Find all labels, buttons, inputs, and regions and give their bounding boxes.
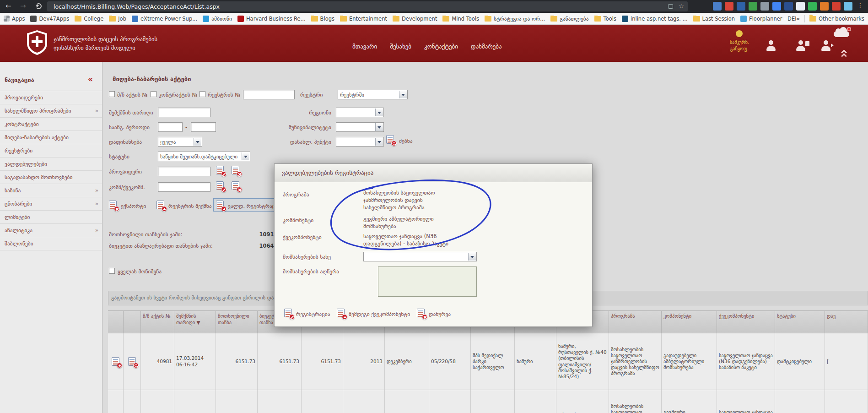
period-to-input[interactable] — [191, 122, 216, 132]
create-registry-button[interactable]: რეესტრის შექმნა — [168, 203, 212, 209]
export-button[interactable]: ექსპორტი — [121, 203, 146, 209]
bookmark-item[interactable]: Tools — [594, 16, 616, 22]
contract-no-checkbox[interactable] — [151, 91, 156, 97]
user-list-icon[interactable] — [795, 40, 807, 52]
extension-icon[interactable] — [725, 2, 733, 11]
reload-icon[interactable] — [36, 3, 42, 9]
sidebar-item[interactable]: ცნობარები » — [0, 197, 102, 211]
other-bookmarks-button[interactable]: Other bookmarks — [809, 16, 864, 22]
bookmark-item[interactable]: Development — [393, 16, 437, 22]
sidebar-item[interactable]: ლიმიტები — [0, 211, 102, 224]
nav-menu-item[interactable]: მთავარი — [352, 43, 377, 50]
register-obligation-button[interactable]: ვალდ. რეგისტრაცია — [228, 203, 280, 209]
region-select[interactable] — [336, 108, 384, 117]
sidebar-item[interactable]: მიღება-ჩაბარების აქტები — [0, 131, 102, 144]
bookmark-item[interactable]: განათლება — [550, 16, 588, 22]
settlement-select[interactable] — [336, 137, 384, 147]
table-header-cell[interactable]: დავ — [825, 310, 868, 333]
bookmark-item[interactable]: სტრატეგია და ორ... — [485, 16, 545, 22]
collapse-header-icon[interactable] — [841, 53, 847, 59]
provider-input[interactable] — [158, 167, 210, 176]
user-icon[interactable] — [765, 40, 777, 52]
create-registry-icon[interactable] — [156, 201, 164, 209]
bookmark-item[interactable]: College — [75, 16, 103, 22]
table-header-cell[interactable] — [108, 310, 124, 333]
cloud-icon[interactable] — [834, 31, 849, 37]
table-header-cell[interactable]: პროგრამა — [609, 310, 662, 333]
table-row[interactable]: 40973 17.03.2014 05:23:54 1167.76 1167.7… — [108, 390, 868, 413]
forward-icon[interactable]: → — [20, 2, 26, 10]
financing-select[interactable]: ყველა — [158, 137, 202, 147]
bookmark-item[interactable]: Blogs — [311, 16, 334, 22]
bookmark-item[interactable]: Floorplanner - DEM... — [740, 16, 796, 22]
table-header-cell[interactable] — [124, 310, 141, 333]
extension-icon[interactable] — [749, 2, 757, 11]
table-header-cell[interactable]: ქვეკომპონენტი — [717, 310, 775, 333]
municipality-select[interactable] — [336, 122, 384, 132]
bookmarks-overflow-chevron[interactable]: » — [796, 15, 800, 22]
back-icon[interactable]: ← — [5, 2, 11, 10]
extension-icon[interactable] — [820, 2, 829, 11]
next-subcomponent-icon[interactable] — [337, 309, 345, 317]
extension-icon[interactable] — [784, 2, 793, 11]
component-clear-icon[interactable] — [232, 181, 239, 190]
provider-clear-icon[interactable] — [232, 166, 239, 174]
sidebar-collapse-icon[interactable]: « — [88, 75, 93, 84]
bookmark-item[interactable]: Apps — [4, 16, 25, 22]
sidebar-item[interactable]: ხაზინა » — [0, 184, 102, 197]
sidebar-item[interactable]: საგადასახდო მოთხოვნები — [0, 171, 102, 184]
bookmark-star-icon[interactable]: ☆ — [678, 2, 684, 10]
register-icon[interactable] — [284, 309, 292, 317]
bookmark-item[interactable]: Last Session — [693, 16, 735, 22]
bookmark-item[interactable]: Job — [109, 16, 126, 22]
bookmark-item[interactable]: inline asp.net tags. ... — [622, 16, 688, 22]
bookmark-item[interactable]: Entertainment — [340, 16, 387, 22]
sidebar-item[interactable]: რეესტრები — [0, 144, 102, 158]
bookmark-item[interactable]: Dev47Apps — [30, 16, 69, 22]
sidebar-item[interactable]: შაბლონები — [0, 237, 102, 250]
nav-menu-item[interactable]: შესახებ — [390, 43, 411, 50]
table-header-cell[interactable]: შემქმნის თარიღი ▼ — [174, 310, 216, 333]
register-obligation-icon[interactable] — [216, 201, 224, 209]
extension-icon[interactable] — [713, 2, 722, 11]
user-switch-icon[interactable] — [820, 40, 832, 52]
nav-menu-item[interactable]: კონტაქტები — [424, 43, 458, 50]
table-header-cell[interactable]: მოთხოვნილი თანხა — [216, 310, 258, 333]
extension-icon[interactable] — [808, 2, 817, 11]
search-button[interactable]: ძებნა — [399, 138, 413, 144]
service-description-textarea[interactable] — [378, 266, 477, 297]
bookmark-item[interactable]: Mind Tools — [442, 16, 479, 22]
table-row[interactable]: 40981 17.03.2014 06:16:42 6151.73 6151.7… — [108, 333, 868, 390]
search-icon[interactable] — [386, 135, 394, 144]
extension-icon[interactable] — [772, 2, 781, 11]
department-icon[interactable] — [736, 30, 743, 37]
bookmark-item[interactable]: eXtreme Power Sup... — [132, 16, 197, 22]
dialog-title-bar[interactable]: ვალდებულებების რეგისტრაცია — [275, 164, 592, 182]
table-header-cell[interactable]: კომპონენტი — [662, 310, 717, 333]
extension-icon[interactable] — [760, 2, 769, 11]
created-date-input[interactable] — [158, 108, 210, 117]
export-icon[interactable] — [109, 201, 117, 209]
component-lookup-icon[interactable] — [216, 181, 224, 190]
sidebar-item[interactable]: ანალიტიკა » — [0, 224, 102, 237]
registry-no-checkbox[interactable] — [199, 91, 205, 97]
share-icon[interactable] — [668, 4, 673, 9]
service-type-select[interactable] — [363, 252, 477, 261]
status-select[interactable]: საწყისი შეუთანხ.დამტკიცებული — [158, 152, 250, 161]
extension-icon[interactable] — [796, 2, 805, 11]
sidebar-item[interactable]: სახელმწიფო პროგრამები » — [0, 104, 102, 118]
close-icon[interactable] — [417, 309, 425, 317]
browser-menu-icon[interactable]: ⋮ — [857, 2, 863, 9]
table-header-cell[interactable]: მ/ჩ აქტის № — [141, 310, 174, 333]
extension-icon[interactable] — [844, 2, 852, 11]
row-view-icon[interactable] — [128, 357, 136, 366]
act-no-checkbox[interactable] — [109, 91, 115, 97]
component-input[interactable] — [158, 182, 210, 192]
provider-lookup-icon[interactable] — [216, 166, 224, 174]
select-all-checkbox[interactable] — [109, 268, 115, 274]
table-header-cell[interactable]: სტატუსი — [775, 310, 825, 333]
bookmark-item[interactable]: ამბიონი — [203, 16, 232, 22]
sidebar-item[interactable]: კონტრაქტები — [0, 118, 102, 131]
address-bar[interactable]: localhost/Hmis.Billing.Web/Pages/Accepta… — [47, 1, 688, 11]
row-add-icon[interactable] — [112, 357, 119, 366]
